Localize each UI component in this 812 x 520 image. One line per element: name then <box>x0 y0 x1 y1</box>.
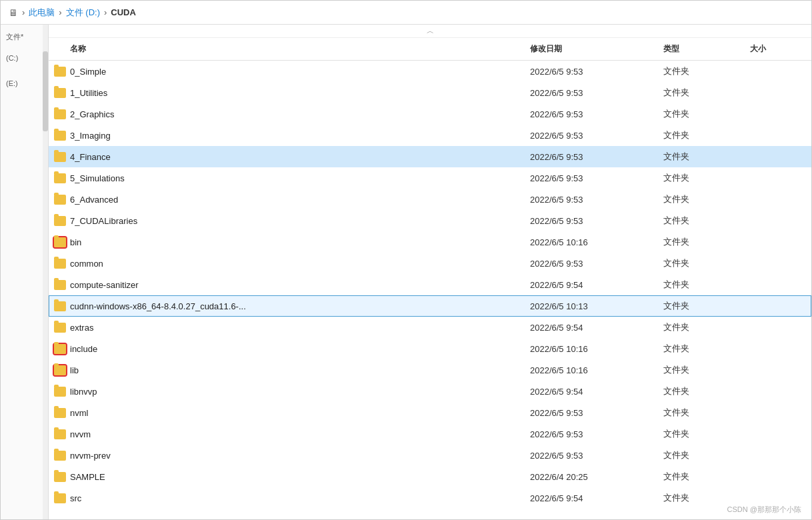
folder-icon <box>54 237 66 247</box>
file-name: 6_Advanced <box>70 195 118 205</box>
file-modified: 2022/6/5 9:53 <box>525 213 658 229</box>
table-row[interactable]: lib2022/6/5 10:16文件夹 <box>49 359 811 381</box>
file-name: 7_CUDALibraries <box>70 216 137 226</box>
table-row[interactable]: compute-sanitizer2022/6/5 9:54文件夹 <box>49 274 811 295</box>
file-modified: 2022/6/5 9:53 <box>525 256 658 271</box>
table-row[interactable]: libnvvp2022/6/5 9:54文件夹 <box>49 381 811 402</box>
drive-item-c[interactable]: (C:) <box>3 52 45 64</box>
file-modified: 2022/6/5 10:16 <box>525 341 658 357</box>
file-name: 1_Utilities <box>70 88 107 98</box>
col-header-type[interactable]: 类型 <box>658 41 745 57</box>
file-type: 文件夹 <box>658 212 745 229</box>
folder-icon <box>54 131 66 141</box>
file-type: 文件夹 <box>658 233 745 251</box>
table-row[interactable]: 0_Simple2022/6/5 9:53文件夹 <box>49 61 811 82</box>
breadcrumb-drive[interactable]: 文件 (D:) <box>66 7 100 19</box>
file-size <box>745 111 811 117</box>
col-header-name[interactable]: 名称 <box>49 41 525 57</box>
file-modified: 2022/6/5 9:53 <box>525 427 658 442</box>
file-modified: 2022/6/5 10:16 <box>525 235 658 250</box>
col-header-size[interactable]: 大小 <box>745 41 811 57</box>
folder-icon <box>54 88 66 98</box>
pc-icon: 🖥 <box>9 7 18 18</box>
column-headers: 名称 修改日期 类型 大小 <box>49 38 811 61</box>
file-size <box>745 474 811 479</box>
file-type: 文件夹 <box>658 404 745 421</box>
folder-icon <box>54 493 66 503</box>
table-row[interactable]: common2022/6/5 9:53文件夹 <box>49 253 811 274</box>
file-list: ︿ 名称 修改日期 类型 大小 0_Simple2022/6/5 9:53文件夹… <box>49 25 811 519</box>
breadcrumb-sep2: › <box>104 7 107 17</box>
table-row[interactable]: nvvm-prev2022/6/5 9:53文件夹 <box>49 445 811 466</box>
file-name: SAMPLE <box>70 472 105 482</box>
drive-scroll-thumb <box>43 51 48 131</box>
file-size <box>745 175 811 181</box>
file-name: 3_Imaging <box>70 131 111 141</box>
address-bar: 🖥 › 此电脑 › 文件 (D:) › CUDA <box>1 1 811 25</box>
table-row[interactable]: 6_Advanced2022/6/5 9:53文件夹 <box>49 189 811 210</box>
file-modified: 2022/6/5 9:53 <box>525 107 658 122</box>
file-name: libnvvp <box>70 387 97 397</box>
file-size <box>745 282 811 287</box>
file-name: cudnn-windows-x86_64-8.4.0.27_cuda11.6-.… <box>70 301 246 311</box>
file-size <box>745 154 811 159</box>
table-row[interactable]: include2022/6/5 10:16文件夹 <box>49 338 811 359</box>
file-type: 文件夹 <box>658 361 745 379</box>
drive-scrollbar[interactable] <box>43 25 48 519</box>
table-row[interactable]: src2022/6/5 9:54文件夹 <box>49 487 811 509</box>
file-modified: 2022/6/5 9:53 <box>525 171 658 186</box>
table-row[interactable]: 7_CUDALibraries2022/6/5 9:53文件夹 <box>49 210 811 231</box>
folder-icon <box>54 259 66 269</box>
table-row[interactable]: bin2022/6/5 10:16文件夹 <box>49 231 811 253</box>
file-size <box>745 90 811 95</box>
folder-icon <box>54 280 66 290</box>
table-row[interactable]: 1_Utilities2022/6/5 9:53文件夹 <box>49 82 811 103</box>
folder-icon <box>54 109 66 119</box>
drive-item-e[interactable]: (E:) <box>3 77 45 89</box>
table-row[interactable]: 5_Simulations2022/6/5 9:53文件夹 <box>49 167 811 189</box>
table-row[interactable]: extras2022/6/5 9:54文件夹 <box>49 317 811 338</box>
file-type: 文件夹 <box>658 383 745 400</box>
table-row[interactable]: cudnn-windows-x86_64-8.4.0.27_cuda11.6-.… <box>49 295 811 317</box>
file-size <box>745 495 811 501</box>
file-modified: 2022/6/5 10:16 <box>525 363 658 378</box>
breadcrumb-pc[interactable]: 此电脑 <box>29 7 55 19</box>
file-name: bin <box>70 237 81 247</box>
file-rows-container: 0_Simple2022/6/5 9:53文件夹1_Utilities2022/… <box>49 61 811 509</box>
file-modified: 2022/6/5 9:54 <box>525 491 658 506</box>
file-size <box>745 303 811 309</box>
folder-icon <box>54 365 66 375</box>
table-row[interactable]: 2_Graphics2022/6/5 9:53文件夹 <box>49 103 811 125</box>
breadcrumb-current: CUDA <box>111 7 136 17</box>
drive-item-file[interactable]: 文件* <box>3 30 45 44</box>
file-size <box>745 453 811 458</box>
file-name: nvvm-prev <box>70 451 111 461</box>
sort-indicator: ︿ <box>427 27 434 35</box>
table-row[interactable]: 3_Imaging2022/6/5 9:53文件夹 <box>49 125 811 146</box>
file-size <box>745 367 811 373</box>
file-name: common <box>70 259 103 269</box>
table-row[interactable]: nvml2022/6/5 9:53文件夹 <box>49 402 811 423</box>
table-row[interactable]: 4_Finance2022/6/5 9:53文件夹 <box>49 146 811 167</box>
file-size <box>745 197 811 202</box>
file-size <box>745 325 811 330</box>
file-size <box>745 389 811 394</box>
file-name: lib <box>70 365 79 375</box>
file-type: 文件夹 <box>658 169 745 187</box>
file-type: 文件夹 <box>658 84 745 101</box>
file-type: 文件夹 <box>658 447 745 464</box>
file-modified: 2022/6/5 9:53 <box>525 149 658 165</box>
file-type: 文件夹 <box>658 105 745 123</box>
table-row[interactable]: SAMPLE2022/6/4 20:25文件夹 <box>49 466 811 487</box>
file-name: nvvm <box>70 429 91 439</box>
file-type: 文件夹 <box>658 276 745 293</box>
table-row[interactable]: nvvm2022/6/5 9:53文件夹 <box>49 423 811 445</box>
file-modified: 2022/6/5 9:53 <box>525 448 658 463</box>
file-modified: 2022/6/5 9:53 <box>525 192 658 207</box>
folder-icon <box>54 152 66 162</box>
file-modified: 2022/6/5 9:54 <box>525 277 658 293</box>
file-size <box>745 431 811 437</box>
drive-sidebar: 文件* (C:) (E:) <box>1 25 49 519</box>
col-header-modified[interactable]: 修改日期 <box>525 41 658 57</box>
file-modified: 2022/6/5 9:53 <box>525 405 658 421</box>
